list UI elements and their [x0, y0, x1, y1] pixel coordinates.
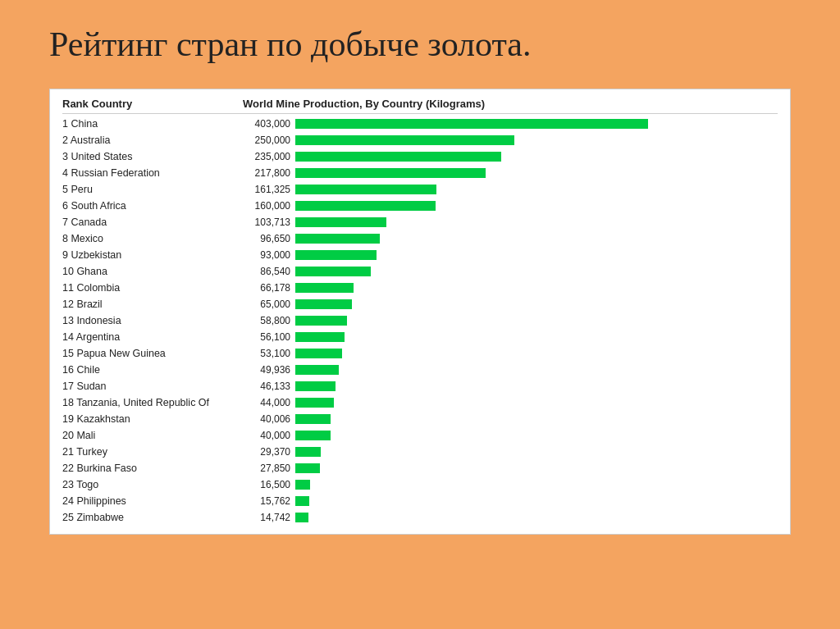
production-cell: 217,800 [243, 167, 778, 179]
bar-wrap [295, 414, 778, 424]
bar [295, 332, 345, 342]
bar-wrap [295, 447, 778, 457]
rank-country-cell: 14 Argentina [62, 331, 243, 343]
rank-country-cell: 18 Tanzania, United Republic Of [62, 397, 243, 408]
rank-country-cell: 9 Uzbekistan [62, 249, 243, 261]
rank-country-cell: 24 Philippines [62, 495, 243, 507]
bar-wrap [295, 381, 778, 391]
table-row: 25 Zimbabwe 14,742 [62, 509, 778, 526]
bar [295, 381, 336, 391]
rank-country-cell: 7 Canada [62, 217, 243, 228]
production-cell: 86,540 [243, 266, 778, 277]
table-row: 11 Colombia 66,178 [62, 280, 778, 296]
bar-wrap [295, 496, 778, 506]
value-label: 40,000 [243, 430, 290, 441]
bar [295, 135, 514, 145]
bar [295, 283, 354, 293]
value-label: 29,370 [243, 446, 290, 458]
bar [295, 267, 371, 276]
value-label: 56,100 [243, 331, 290, 343]
bar [295, 414, 331, 424]
col-header-rank-country: Rank Country [62, 98, 243, 110]
bar-wrap [295, 267, 778, 276]
production-cell: 14,742 [243, 512, 778, 523]
table-row: 1 China 403,000 [62, 116, 778, 132]
production-cell: 40,000 [243, 430, 778, 441]
production-cell: 160,000 [243, 200, 778, 212]
production-cell: 53,100 [243, 348, 778, 359]
value-label: 44,000 [243, 397, 290, 408]
production-cell: 46,133 [243, 381, 778, 392]
rank-country-cell: 20 Mali [62, 430, 243, 441]
value-label: 103,713 [243, 217, 290, 228]
rank-country-cell: 21 Turkey [62, 446, 243, 458]
value-label: 235,000 [243, 151, 290, 162]
table-row: 22 Burkina Faso 27,850 [62, 460, 778, 476]
value-label: 86,540 [243, 266, 290, 277]
rank-country-cell: 16 Chile [62, 364, 243, 376]
bar-wrap [295, 201, 778, 211]
table-header: Rank Country World Mine Production, By C… [62, 98, 778, 114]
bar-wrap [295, 365, 778, 375]
table-row: 24 Philippines 15,762 [62, 493, 778, 509]
production-cell: 65,000 [243, 299, 778, 310]
table-row: 6 South Africa 160,000 [62, 198, 778, 214]
bar [295, 447, 321, 457]
production-cell: 49,936 [243, 364, 778, 376]
bar [295, 431, 331, 440]
data-table: Rank Country World Mine Production, By C… [49, 89, 791, 535]
bar [295, 316, 347, 326]
table-row: 19 Kazakhstan 40,006 [62, 411, 778, 427]
rank-country-cell: 10 Ghana [62, 266, 243, 277]
bar [295, 119, 648, 129]
rank-country-cell: 23 Togo [62, 479, 243, 490]
rank-country-cell: 11 Colombia [62, 282, 243, 294]
production-cell: 93,000 [243, 249, 778, 261]
page-title: Рейтинг стран по добыче золота. [49, 25, 791, 64]
value-label: 46,133 [243, 381, 290, 392]
table-row: 8 Mexico 96,650 [62, 230, 778, 247]
bar-wrap [295, 349, 778, 358]
value-label: 49,936 [243, 364, 290, 376]
table-row: 20 Mali 40,000 [62, 427, 778, 444]
value-label: 161,325 [243, 184, 290, 195]
bar-wrap [295, 168, 778, 178]
production-cell: 96,650 [243, 233, 778, 244]
value-label: 250,000 [243, 134, 290, 146]
rank-country-cell: 13 Indonesia [62, 315, 243, 326]
bar [295, 365, 339, 375]
bar-wrap [295, 332, 778, 342]
bar [295, 480, 310, 490]
production-cell: 56,100 [243, 331, 778, 343]
table-row: 9 Uzbekistan 93,000 [62, 247, 778, 263]
production-cell: 16,500 [243, 479, 778, 490]
bar [295, 217, 386, 227]
table-row: 10 Ghana 86,540 [62, 263, 778, 280]
bar-wrap [295, 431, 778, 440]
table-row: 17 Sudan 46,133 [62, 378, 778, 394]
table-row: 7 Canada 103,713 [62, 214, 778, 230]
production-cell: 235,000 [243, 151, 778, 162]
table-row: 15 Papua New Guinea 53,100 [62, 345, 778, 362]
rank-country-cell: 25 Zimbabwe [62, 512, 243, 523]
rank-country-cell: 22 Burkina Faso [62, 463, 243, 474]
rank-country-cell: 3 United States [62, 151, 243, 162]
rank-country-cell: 6 South Africa [62, 200, 243, 212]
rank-country-cell: 8 Mexico [62, 233, 243, 244]
value-label: 58,800 [243, 315, 290, 326]
table-row: 2 Australia 250,000 [62, 132, 778, 148]
bar [295, 168, 486, 178]
table-row: 14 Argentina 56,100 [62, 329, 778, 345]
bar-wrap [295, 234, 778, 244]
bar-wrap [295, 299, 778, 309]
value-label: 27,850 [243, 463, 290, 474]
rank-country-cell: 19 Kazakhstan [62, 413, 243, 425]
value-label: 15,762 [243, 495, 290, 507]
table-body: 1 China 403,000 2 Australia 250,000 3 Un… [62, 116, 778, 526]
table-row: 23 Togo 16,500 [62, 476, 778, 493]
bar-wrap [295, 398, 778, 408]
bar-wrap [295, 283, 778, 293]
value-label: 53,100 [243, 348, 290, 359]
rank-country-cell: 15 Papua New Guinea [62, 348, 243, 359]
value-label: 160,000 [243, 200, 290, 212]
